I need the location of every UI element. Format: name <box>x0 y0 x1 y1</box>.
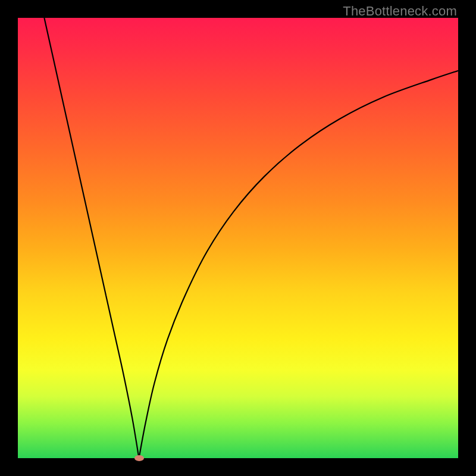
bottleneck-curve <box>18 18 458 458</box>
plot-area <box>18 18 458 458</box>
curve-left-branch <box>44 18 139 458</box>
watermark-text: TheBottleneck.com <box>343 4 457 19</box>
curve-right-branch <box>139 71 459 458</box>
minimum-point-marker <box>134 455 144 461</box>
chart-frame: TheBottleneck.com <box>0 0 476 476</box>
